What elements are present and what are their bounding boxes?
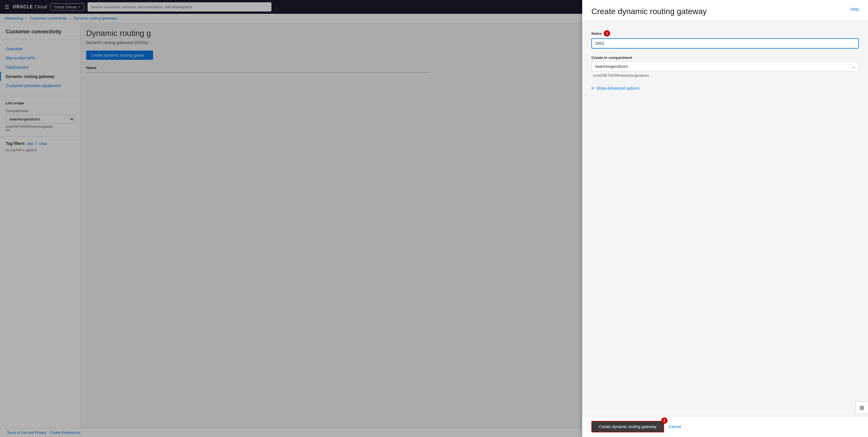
overlay-backdrop[interactable] [0,0,434,437]
